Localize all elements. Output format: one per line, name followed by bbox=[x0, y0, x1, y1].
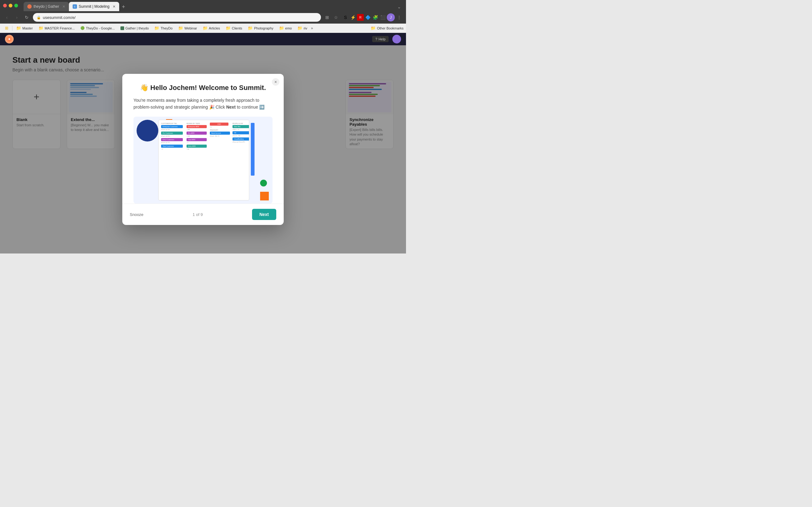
diagram-blue-circle bbox=[137, 120, 158, 142]
gather-favicon bbox=[27, 4, 32, 9]
tab-gather-title: theydo | Gather bbox=[34, 4, 59, 9]
diagram-orange-rect-bottom bbox=[260, 192, 269, 201]
bookmark-articles[interactable]: 📁 Articles bbox=[200, 25, 223, 32]
modal-description: You're moments away from taking a comple… bbox=[133, 97, 273, 111]
bookmark-photography-label: Photography bbox=[254, 26, 273, 30]
apps-icon: ⊞ bbox=[5, 26, 8, 31]
bookmark-emo-label: emo bbox=[285, 26, 292, 30]
folder-icon: 📁 bbox=[178, 26, 183, 31]
bookmark-clients[interactable]: 📁 Clients bbox=[223, 25, 245, 32]
bookmark-theydo-label: TheyDo bbox=[160, 26, 173, 30]
folder-icon: 📁 bbox=[248, 26, 253, 31]
close-icon: × bbox=[274, 79, 277, 84]
help-label: Help bbox=[378, 37, 385, 41]
bookmark-apps[interactable]: ⊞ bbox=[2, 25, 11, 32]
forward-button[interactable]: › bbox=[13, 14, 20, 21]
bookmarks-more-button[interactable]: » bbox=[311, 26, 313, 31]
bookmark-webinar[interactable]: 📁 Webinar bbox=[176, 25, 200, 32]
url-text: usesummit.com/e/ bbox=[43, 15, 75, 20]
address-bar: ‹ › ↻ 🔒 usesummit.com/e/ ⊞ ☆ S ⚡ R 🔷 🧩 ⬛… bbox=[0, 11, 406, 23]
bookmark-master-finance-label: MASTER Finance... bbox=[45, 26, 75, 30]
diagram-blue-bar bbox=[251, 123, 255, 176]
browser-tab-bar: theydo | Gather ✕ S Summit | Modeling ✕ … bbox=[0, 0, 406, 11]
bookmarks-bar: ⊞ 📁 Master 📁 MASTER Finance... 🟢 TheyDo … bbox=[0, 23, 406, 33]
ext-icon-2[interactable]: ⚡ bbox=[349, 14, 356, 21]
bookmark-gather[interactable]: Gather | theydo bbox=[118, 25, 152, 32]
bookmark-theydo-google-label: TheyDo - Google... bbox=[86, 26, 115, 30]
ext-icon-3[interactable]: R bbox=[357, 14, 364, 21]
extensions-button[interactable]: ⊞ bbox=[323, 14, 331, 21]
ext-icon-4[interactable]: 🔷 bbox=[364, 14, 371, 21]
bookmark-gather-label: Gather | theydo bbox=[125, 26, 149, 30]
pagination-indicator: 1 of 9 bbox=[193, 212, 203, 217]
tab-gather[interactable]: theydo | Gather ✕ bbox=[23, 2, 69, 11]
modal-body: 👋 Hello Jochem! Welcome to Summit. You'r… bbox=[122, 74, 284, 204]
app-logo[interactable]: ✦ bbox=[5, 35, 14, 44]
bookmark-riv[interactable]: 📁 riv bbox=[295, 25, 310, 32]
window-controls bbox=[0, 1, 21, 10]
modal-close-button[interactable]: × bbox=[272, 78, 279, 86]
modal-overlay: × 👋 Hello Jochem! Welcome to Summit. You… bbox=[0, 45, 406, 253]
snooze-button[interactable]: Snooze bbox=[130, 212, 144, 217]
other-bookmarks-label: Other Bookmarks bbox=[377, 26, 403, 30]
folder-icon: 📁 bbox=[371, 26, 376, 31]
bookmark-photography[interactable]: 📁 Photography bbox=[245, 25, 276, 32]
bookmark-separator bbox=[12, 26, 12, 31]
folder-icon: 📁 bbox=[226, 26, 231, 31]
diagram-container: CUSTOMERS BY TIM... Enterprise Customers… bbox=[133, 117, 273, 204]
back-button[interactable]: ‹ bbox=[3, 14, 10, 21]
ext-icon-1[interactable]: S bbox=[342, 14, 349, 21]
tab-gather-close[interactable]: ✕ bbox=[62, 5, 65, 9]
ext-icon-5[interactable]: 🧩 bbox=[372, 14, 379, 21]
welcome-modal: × 👋 Hello Jochem! Welcome to Summit. You… bbox=[122, 74, 284, 225]
browser-profile[interactable]: J bbox=[387, 13, 395, 21]
bookmark-theydo-google[interactable]: 🟢 TheyDo - Google... bbox=[78, 25, 117, 32]
other-bookmarks[interactable]: 📁 Other Bookmarks bbox=[371, 26, 403, 31]
bookmark-riv-label: riv bbox=[304, 26, 307, 30]
bookmark-master[interactable]: 📁 Master bbox=[14, 25, 36, 32]
tab-summit[interactable]: S Summit | Modeling ✕ bbox=[69, 2, 119, 11]
maximize-window-btn[interactable] bbox=[14, 4, 18, 7]
address-bar-actions: ⊞ ☆ bbox=[323, 14, 339, 21]
help-icon: ? bbox=[375, 37, 377, 41]
tabs-container: theydo | Gather ✕ S Summit | Modeling ✕ … bbox=[21, 0, 406, 11]
close-window-btn[interactable] bbox=[3, 4, 7, 7]
folder-icon: 📁 bbox=[39, 26, 44, 31]
star-bookmark-button[interactable]: ☆ bbox=[332, 14, 339, 21]
reload-button[interactable]: ↻ bbox=[23, 14, 31, 21]
bookmark-clients-label: Clients bbox=[232, 26, 242, 30]
tab-summit-close[interactable]: ✕ bbox=[113, 5, 115, 9]
folder-icon: 📁 bbox=[154, 26, 159, 31]
modal-desc-end: to continue ➡️ bbox=[235, 105, 264, 110]
help-button[interactable]: ? Help bbox=[372, 36, 389, 42]
bookmark-webinar-label: Webinar bbox=[184, 26, 197, 30]
folder-icon: 📁 bbox=[297, 26, 302, 31]
bookmark-theydo[interactable]: 📁 TheyDo bbox=[152, 25, 175, 32]
bookmark-emo[interactable]: 📁 emo bbox=[277, 25, 294, 32]
gather-bm-favicon bbox=[120, 26, 124, 30]
ext-icon-6[interactable]: ⬛ bbox=[379, 14, 386, 21]
bookmark-articles-label: Articles bbox=[209, 26, 220, 30]
modal-footer: Snooze 1 of 9 Next bbox=[122, 204, 284, 225]
diagram-board: CUSTOMERS BY TIM... Enterprise Customers… bbox=[158, 120, 249, 201]
folder-icon: 📁 bbox=[16, 26, 21, 31]
google-favicon: 🟢 bbox=[80, 26, 85, 30]
bookmark-master-label: Master bbox=[22, 26, 33, 30]
diagram-green-circle bbox=[260, 180, 267, 186]
modal-title: 👋 Hello Jochem! Welcome to Summit. bbox=[133, 84, 273, 92]
bookmark-master-finance[interactable]: 📁 MASTER Finance... bbox=[36, 25, 77, 32]
browser-window: theydo | Gather ✕ S Summit | Modeling ✕ … bbox=[0, 0, 406, 253]
next-button[interactable]: Next bbox=[252, 209, 276, 220]
app-header-right: ? Help bbox=[372, 35, 401, 44]
user-avatar[interactable] bbox=[392, 35, 401, 44]
tab-list-button[interactable]: ⌄ bbox=[395, 2, 403, 11]
minimize-window-btn[interactable] bbox=[9, 4, 12, 7]
modal-diagram-image: CUSTOMERS BY TIM... Enterprise Customers… bbox=[133, 117, 273, 204]
new-tab-button[interactable]: + bbox=[119, 2, 128, 11]
url-input[interactable]: 🔒 usesummit.com/e/ bbox=[33, 13, 321, 22]
modal-desc-bold: Next bbox=[226, 105, 235, 110]
app-header: ✦ ? Help bbox=[0, 33, 406, 45]
tab-summit-title: Summit | Modeling bbox=[79, 4, 110, 9]
browser-menu-button[interactable]: ⋮ bbox=[395, 14, 403, 21]
main-content: Start a new board Begin with a blank can… bbox=[0, 45, 406, 253]
